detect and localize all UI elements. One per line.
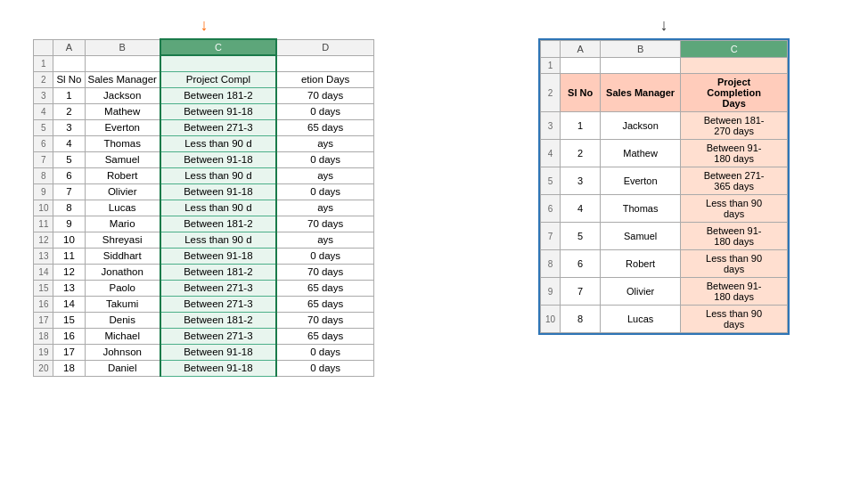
left-cell-d: 0 days xyxy=(276,103,374,119)
left-cell-a: 17 xyxy=(53,344,85,360)
left-cell-b: Takumi xyxy=(85,296,160,312)
left-cell-d: etion Days xyxy=(276,71,374,87)
left-cell-a: 14 xyxy=(53,296,85,312)
right-spreadsheet: A B C 1 2Sl NoSales ManagerProject Compl… xyxy=(540,40,788,333)
left-cell-a: 13 xyxy=(53,280,85,296)
right-arrow-down: ↓ xyxy=(660,16,668,35)
left-cell-a: 7 xyxy=(53,183,85,200)
left-cell-c: Less than 90 d xyxy=(160,167,276,183)
left-cell-b: Samuel xyxy=(85,151,160,167)
left-cell-b: Olivier xyxy=(85,183,160,200)
left-row-num: 5 xyxy=(34,119,53,135)
left-cell-a: 12 xyxy=(53,264,85,280)
right-col-c-header: C xyxy=(681,41,788,58)
left-row-num: 15 xyxy=(34,280,53,296)
left-row-num: 3 xyxy=(34,87,53,103)
left-cell-d: 65 days xyxy=(276,280,374,296)
left-row-num: 19 xyxy=(34,344,53,360)
left-cell-a: 2 xyxy=(53,103,85,119)
left-cell-b: Lucas xyxy=(85,200,160,216)
left-cell-b: Mario xyxy=(85,216,160,232)
left-section: ↓ A B C D 12Sl NoSales ManagerProject Co… xyxy=(0,9,408,480)
left-cell-c xyxy=(160,55,276,71)
left-cell-d: 0 days xyxy=(276,344,374,360)
left-cell-b: Daniel xyxy=(85,360,160,376)
middle-arrow xyxy=(408,9,460,480)
col-b-header: B xyxy=(85,39,160,55)
left-cell-c: Between 91-18 xyxy=(160,183,276,200)
left-row-num: 2 xyxy=(34,71,53,87)
left-cell-b: Shreyasi xyxy=(85,232,160,248)
right-section: ↓ A B C 1 xyxy=(460,9,868,480)
left-row-num: 18 xyxy=(34,328,53,344)
left-cell-c: Between 271-3 xyxy=(160,328,276,344)
left-cell-b: Michael xyxy=(85,328,160,344)
left-cell-a: 18 xyxy=(53,360,85,376)
left-cell-d xyxy=(276,55,374,71)
left-cell-b: Johnson xyxy=(85,344,160,360)
left-cell-c: Between 181-2 xyxy=(160,87,276,103)
left-cell-a: 8 xyxy=(53,200,85,216)
right-row-1: 1 xyxy=(541,58,561,74)
left-cell-c: Less than 90 d xyxy=(160,135,276,151)
left-row-num: 17 xyxy=(34,312,53,328)
left-cell-c: Between 91-18 xyxy=(160,360,276,376)
left-cell-a: 15 xyxy=(53,312,85,328)
col-a-header: A xyxy=(53,39,85,55)
left-cell-a: 16 xyxy=(53,328,85,344)
left-cell-d: ays xyxy=(276,135,374,151)
left-cell-d: 65 days xyxy=(276,296,374,312)
corner-cell xyxy=(34,39,53,55)
left-cell-d: ays xyxy=(276,167,374,183)
left-row-num: 13 xyxy=(34,248,53,264)
left-cell-c: Between 271-3 xyxy=(160,119,276,135)
left-cell-d: 0 days xyxy=(276,183,374,200)
left-row-num: 6 xyxy=(34,135,53,151)
left-cell-c: Less than 90 d xyxy=(160,232,276,248)
left-cell-a: 5 xyxy=(53,151,85,167)
left-row-num: 14 xyxy=(34,264,53,280)
left-cell-b: Everton xyxy=(85,119,160,135)
left-cell-c: Less than 90 d xyxy=(160,200,276,216)
left-cell-d: 70 days xyxy=(276,312,374,328)
left-cell-b: Jackson xyxy=(85,87,160,103)
left-cell-b: Thomas xyxy=(85,135,160,151)
left-cell-a: 1 xyxy=(53,87,85,103)
left-row-num: 16 xyxy=(34,296,53,312)
left-cell-c: Between 91-18 xyxy=(160,344,276,360)
left-cell-a: 4 xyxy=(53,135,85,151)
left-cell-d: 70 days xyxy=(276,87,374,103)
left-cell-d: 70 days xyxy=(276,264,374,280)
left-cell-b: Robert xyxy=(85,167,160,183)
left-cell-a xyxy=(53,55,85,71)
left-cell-b: Sales Manager xyxy=(85,71,160,87)
left-cell-c: Between 271-3 xyxy=(160,296,276,312)
left-cell-c: Between 181-2 xyxy=(160,264,276,280)
col-c-header: C xyxy=(160,39,276,55)
left-cell-a: Sl No xyxy=(53,71,85,87)
left-cell-b xyxy=(85,55,160,71)
left-cell-d: 65 days xyxy=(276,328,374,344)
right-col-b-header: B xyxy=(601,41,681,58)
left-cell-d: 65 days xyxy=(276,119,374,135)
left-cell-d: 0 days xyxy=(276,248,374,264)
right-table-container: A B C 1 2Sl NoSales ManagerProject Compl… xyxy=(538,38,790,335)
left-cell-c: Between 91-18 xyxy=(160,151,276,167)
left-cell-b: Mathew xyxy=(85,103,160,119)
left-row-num: 10 xyxy=(34,200,53,216)
left-cell-b: Siddhart xyxy=(85,248,160,264)
left-cell-c: Between 271-3 xyxy=(160,280,276,296)
left-row-num: 7 xyxy=(34,151,53,167)
left-cell-c: Between 91-18 xyxy=(160,248,276,264)
left-cell-d: 0 days xyxy=(276,151,374,167)
left-cell-a: 9 xyxy=(53,216,85,232)
right-col-a-header: A xyxy=(561,41,601,58)
left-cell-d: 0 days xyxy=(276,360,374,376)
left-cell-b: Jonathon xyxy=(85,264,160,280)
left-cell-c: Between 91-18 xyxy=(160,103,276,119)
left-cell-a: 3 xyxy=(53,119,85,135)
left-row-num: 4 xyxy=(34,103,53,119)
left-cell-d: ays xyxy=(276,200,374,216)
left-cell-c: Between 181-2 xyxy=(160,216,276,232)
left-cell-a: 11 xyxy=(53,248,85,264)
